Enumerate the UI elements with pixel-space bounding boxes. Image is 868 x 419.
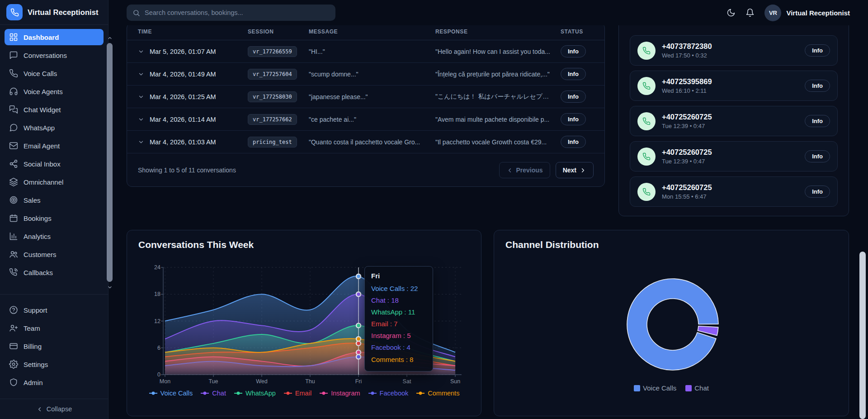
tooltip-row-comments: Comments : 8 <box>371 354 426 366</box>
call-info-button[interactable]: Info <box>805 186 830 198</box>
sidebar-item-label: WhatsApp <box>24 124 55 132</box>
chevron-down-icon[interactable] <box>138 48 144 55</box>
time-value: Mar 5, 2026, 01:07 AM <box>150 48 216 55</box>
call-meta: Tue 12:39 • 0:47 <box>662 158 712 165</box>
call-meta: Mon 15:55 • 6:47 <box>662 193 712 200</box>
sidebar-item-omnichannel[interactable]: Omnichannel <box>5 174 104 190</box>
table-row[interactable]: Mar 5, 2026, 01:07 AMvr_177266559"HI..."… <box>127 40 604 63</box>
legend-line-dot-icon <box>200 391 209 395</box>
sidebar-item-settings[interactable]: Settings <box>5 356 104 372</box>
legend-item-voice-calls[interactable]: Voice Calls <box>149 390 193 397</box>
next-page-button[interactable]: Next <box>556 162 594 178</box>
time-value: Mar 4, 2026, 01:03 AM <box>150 138 216 146</box>
tooltip-row-instagram: Instagram : 5 <box>371 330 426 342</box>
users-icon <box>9 250 18 259</box>
sidebar-item-label: Dashboard <box>24 33 59 41</box>
legend-item-voice-calls[interactable]: Voice Calls <box>634 384 676 392</box>
sidebar-item-label: Bookings <box>24 214 52 222</box>
sidebar-item-label: Email Agent <box>24 142 60 150</box>
sidebar-item-label: Voice Calls <box>24 70 57 77</box>
legend-item-comments[interactable]: Comments <box>416 390 459 397</box>
sidebar-item-callbacks[interactable]: Callbacks <box>5 264 104 281</box>
cell-response: "Hello again! How can I assist you toda.… <box>435 48 561 55</box>
user-menu[interactable]: VR Virtual Receptionist <box>764 5 850 21</box>
legend-item-email[interactable]: Email <box>283 390 311 397</box>
sidebar-item-bookings[interactable]: Bookings <box>5 210 104 226</box>
legend-label: WhatsApp <box>245 390 276 397</box>
call-info-button[interactable]: Info <box>805 150 830 162</box>
sidebar-item-label: Voice Agents <box>24 88 63 95</box>
legend-item-whatsapp[interactable]: WhatsApp <box>234 390 276 397</box>
analytics-icon <box>9 232 18 241</box>
sidebar-item-team[interactable]: Team <box>5 320 104 336</box>
call-texts: +40725260725Tue 12:39 • 0:47 <box>662 148 712 165</box>
info-button[interactable]: Info <box>561 90 586 103</box>
info-button[interactable]: Info <box>561 45 586 57</box>
column-header-status: Status <box>561 29 594 35</box>
chevron-down-icon[interactable] <box>138 94 144 100</box>
sidebar-item-social-inbox[interactable]: Social Inbox <box>5 156 104 172</box>
column-header-time: Time <box>138 29 248 35</box>
table-header-row: TimeSessionMessageResponseStatus <box>127 23 604 40</box>
cell-response: "Il pacchetto vocale Growth costa €29... <box>435 138 561 146</box>
legend-item-instagram[interactable]: Instagram <box>319 390 360 397</box>
legend-label: Voice Calls <box>643 384 676 392</box>
page-scrollbar-thumb[interactable] <box>859 252 866 419</box>
theme-toggle-button[interactable] <box>726 8 736 17</box>
legend-label: Voice Calls <box>160 390 193 397</box>
table-row[interactable]: Mar 4, 2026, 01:14 AMvr_177257662"ce pac… <box>127 108 604 131</box>
chevron-down-icon[interactable] <box>138 116 144 123</box>
sidebar-item-analytics[interactable]: Analytics <box>5 228 104 244</box>
table-row[interactable]: Mar 4, 2026, 01:03 AMpricing_test"Quanto… <box>127 131 604 153</box>
search-input[interactable] <box>145 9 330 16</box>
sidebar-item-label: Conversations <box>24 52 67 59</box>
legend-item-chat[interactable]: Chat <box>685 384 709 392</box>
chat-widget-icon <box>9 105 18 114</box>
table-row[interactable]: Mar 4, 2026, 01:49 AMvr_177257604"scump … <box>127 63 604 86</box>
sidebar-item-voice-calls[interactable]: Voice Calls <box>5 65 104 81</box>
cell-message: "HI..." <box>309 48 435 55</box>
call-info-button[interactable]: Info <box>805 80 830 92</box>
svg-text:24: 24 <box>154 264 160 271</box>
sidebar-item-label: Billing <box>24 343 42 350</box>
sidebar-item-support[interactable]: Support <box>5 302 104 318</box>
svg-text:Tue: Tue <box>208 378 218 385</box>
app-root: Virtual Receptionist DashboardConversati… <box>0 0 868 419</box>
info-button[interactable]: Info <box>561 113 586 125</box>
legend-label: Instagram <box>331 390 360 397</box>
call-info-button[interactable]: Info <box>805 44 830 57</box>
previous-page-button[interactable]: Previous <box>499 162 550 178</box>
callback-icon <box>9 268 18 277</box>
sidebar-item-customers[interactable]: Customers <box>5 246 104 262</box>
legend-swatch <box>634 385 640 391</box>
chevron-down-icon[interactable] <box>138 71 144 77</box>
tooltip-row-voice-calls: Voice Calls : 22 <box>371 283 426 295</box>
sidebar-item-billing[interactable]: Billing <box>5 338 104 354</box>
sidebar-item-dashboard[interactable]: Dashboard <box>5 29 104 45</box>
chart-title: Channel Distribution <box>505 239 599 250</box>
notifications-button[interactable] <box>745 8 755 17</box>
info-button[interactable]: Info <box>561 68 586 80</box>
chevron-down-icon[interactable] <box>138 139 144 145</box>
call-info-button[interactable]: Info <box>805 115 830 127</box>
legend-item-facebook[interactable]: Facebook <box>368 390 409 397</box>
sidebar-item-email-agent[interactable]: Email Agent <box>5 138 104 154</box>
collapse-sidebar-button[interactable]: Collapse <box>0 399 108 419</box>
info-button[interactable]: Info <box>561 136 586 148</box>
legend-label: Comments <box>428 390 459 397</box>
time-value: Mar 4, 2026, 01:14 AM <box>150 116 216 123</box>
sidebar-item-voice-agents[interactable]: Voice Agents <box>5 83 104 100</box>
legend-item-chat[interactable]: Chat <box>200 390 226 397</box>
donut-slice-voice-calls[interactable] <box>627 279 718 370</box>
table-row[interactable]: Mar 4, 2026, 01:25 AMvr_177258030"japane… <box>127 86 604 108</box>
sidebar-item-sales[interactable]: Sales <box>5 192 104 208</box>
phone-logo-icon <box>6 4 23 20</box>
sidebar-item-label: Sales <box>24 196 41 204</box>
sidebar-item-whatsapp[interactable]: WhatsApp <box>5 119 104 136</box>
sidebar-item-admin[interactable]: Admin <box>5 374 104 390</box>
phone-call-icon <box>637 148 656 166</box>
sidebar-item-chat-widget[interactable]: Chat Widget <box>5 101 104 118</box>
svg-text:Mon: Mon <box>160 378 170 385</box>
phone-icon <box>9 69 18 78</box>
sidebar-item-conversations[interactable]: Conversations <box>5 47 104 63</box>
